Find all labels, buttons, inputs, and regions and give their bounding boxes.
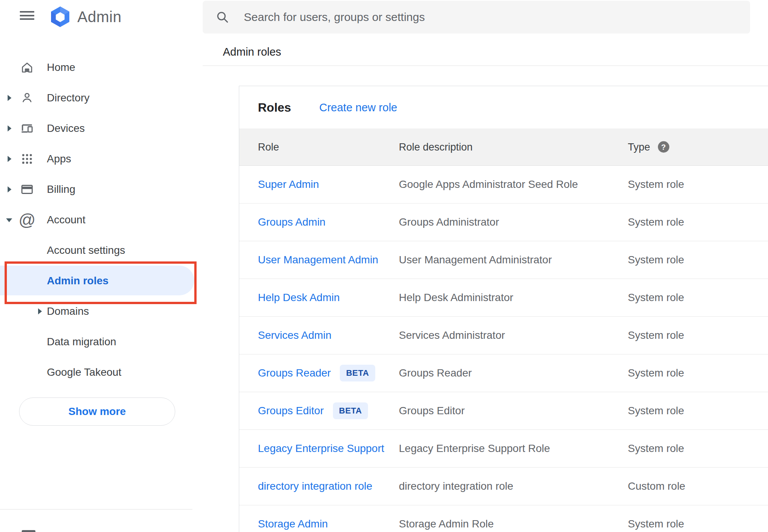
- role-link[interactable]: Super Admin: [258, 178, 319, 191]
- role-description: User Management Administrator: [399, 254, 552, 266]
- create-new-role-link[interactable]: Create new role: [319, 101, 397, 114]
- role-type: System role: [628, 178, 684, 191]
- table-row: Groups Editor BETA Groups Editor System …: [239, 392, 768, 430]
- help-icon[interactable]: ?: [658, 141, 669, 153]
- google-admin-console: Admin Admin roles Home: [0, 0, 768, 532]
- sidebar-item-label: Billing: [47, 183, 75, 195]
- sidebar-item-domains[interactable]: Domains: [0, 296, 194, 327]
- sidebar-item-account[interactable]: @ Account: [0, 205, 194, 235]
- admin-logo: Admin: [49, 6, 122, 27]
- sidebar-item-apps[interactable]: Apps: [0, 144, 194, 174]
- role-link[interactable]: User Management Admin: [258, 254, 378, 266]
- roles-title: Roles: [258, 100, 291, 114]
- role-description: Services Administrator: [399, 329, 505, 341]
- role-link[interactable]: Storage Admin: [258, 518, 328, 530]
- role-type: System role: [628, 292, 684, 304]
- home-icon: [20, 59, 34, 76]
- role-type: System role: [628, 329, 684, 341]
- role-type: System role: [628, 367, 684, 379]
- table-row: Storage Admin Storage Admin Role System …: [239, 505, 768, 532]
- sidebar-item-label: Domains: [47, 305, 89, 317]
- sidebar-item-label: Google Takeout: [47, 366, 122, 378]
- search-bar[interactable]: [203, 1, 750, 34]
- at-sign-icon: @: [20, 212, 34, 228]
- role-type: System role: [628, 216, 684, 228]
- chevron-right-icon[interactable]: [8, 95, 11, 101]
- apps-grid-icon: [20, 151, 34, 167]
- role-description: Help Desk Administrator: [399, 292, 513, 304]
- table-row: Super Admin Google Apps Administrator Se…: [239, 166, 768, 204]
- role-description: Legacy Enterprise Support Role: [399, 442, 550, 455]
- sidebar-item-label: Devices: [47, 122, 85, 135]
- table-row: User Management Admin User Management Ad…: [239, 241, 768, 279]
- table-row: Help Desk Admin Help Desk Administrator …: [239, 279, 768, 317]
- role-type: Custom role: [628, 480, 685, 492]
- role-description: Groups Editor: [399, 405, 465, 417]
- search-icon: [216, 10, 229, 24]
- roles-card: Roles Create new role Role Role descript…: [239, 86, 768, 532]
- column-header-description: Role description: [399, 141, 473, 153]
- sidebar-item-label: Apps: [47, 153, 71, 165]
- chevron-right-icon[interactable]: [8, 156, 11, 162]
- table-row: directory integration role directory int…: [239, 468, 768, 505]
- role-description: Storage Admin Role: [399, 518, 494, 530]
- beta-badge: BETA: [340, 365, 375, 381]
- role-link[interactable]: Help Desk Admin: [258, 292, 340, 304]
- search-input[interactable]: [243, 10, 702, 24]
- role-link[interactable]: Legacy Enterprise Support: [258, 442, 384, 455]
- sidebar-item-label: Admin roles: [47, 275, 109, 287]
- role-description: Google Apps Administrator Seed Role: [399, 178, 578, 191]
- menu-hamburger-icon[interactable]: [20, 11, 34, 20]
- table-row: Groups Admin Groups Administrator System…: [239, 204, 768, 241]
- beta-badge: BETA: [333, 402, 368, 419]
- person-icon: [20, 90, 34, 106]
- devices-icon: [20, 120, 34, 137]
- table-row: Legacy Enterprise Support Legacy Enterpr…: [239, 430, 768, 468]
- chevron-right-icon[interactable]: [8, 125, 11, 131]
- sidebar-item-devices[interactable]: Devices: [0, 113, 194, 144]
- chevron-right-icon[interactable]: [8, 186, 11, 192]
- billing-card-icon: [20, 181, 34, 198]
- role-link[interactable]: Groups Reader: [258, 367, 331, 379]
- role-link[interactable]: Groups Admin: [258, 216, 325, 228]
- role-link[interactable]: directory integration role: [258, 480, 372, 492]
- admin-hexagon-logo-icon: [49, 6, 71, 27]
- sidebar-item-label: Account: [47, 214, 85, 226]
- sidebar-item-label: Account settings: [47, 244, 125, 256]
- sidebar-item-admin-roles[interactable]: Admin roles: [0, 266, 194, 296]
- table-row: Services Admin Services Administrator Sy…: [239, 317, 768, 354]
- sidebar: Home Directory Devices: [0, 52, 194, 388]
- role-type: System role: [628, 254, 684, 266]
- role-link[interactable]: Groups Editor: [258, 405, 324, 417]
- breadcrumb: Admin roles: [223, 46, 281, 58]
- role-description: Groups Reader: [399, 367, 472, 379]
- sidebar-item-home[interactable]: Home: [0, 52, 194, 83]
- sidebar-item-label: Directory: [47, 92, 90, 104]
- sidebar-item-account-settings[interactable]: Account settings: [0, 235, 194, 266]
- column-header-type: Type: [628, 141, 650, 153]
- sidebar-item-google-takeout[interactable]: Google Takeout: [0, 357, 194, 388]
- partial-bottom-icon: [22, 530, 35, 532]
- role-description: directory integration role: [399, 480, 513, 492]
- roles-card-header: Roles Create new role: [239, 86, 768, 128]
- show-more-button[interactable]: Show more: [19, 397, 175, 426]
- role-link[interactable]: Services Admin: [258, 329, 331, 341]
- column-header-role: Role: [258, 141, 279, 153]
- role-type: System role: [628, 405, 684, 417]
- chevron-right-icon[interactable]: [38, 308, 42, 314]
- table-header-row: Role Role description Type ?: [239, 128, 768, 166]
- breadcrumb-divider: [203, 66, 768, 66]
- sidebar-item-label: Data migration: [47, 336, 116, 348]
- chevron-down-icon[interactable]: [6, 218, 12, 222]
- sidebar-item-data-migration[interactable]: Data migration: [0, 327, 194, 357]
- sidebar-item-billing[interactable]: Billing: [0, 174, 194, 205]
- role-type: System role: [628, 442, 684, 455]
- role-description: Groups Administrator: [399, 216, 499, 228]
- app-title: Admin: [77, 8, 122, 26]
- sidebar-bottom-divider: [0, 509, 192, 510]
- role-type: System role: [628, 518, 684, 530]
- sidebar-item-label: Home: [47, 61, 75, 74]
- table-row: Groups Reader BETA Groups Reader System …: [239, 354, 768, 392]
- sidebar-item-directory[interactable]: Directory: [0, 83, 194, 113]
